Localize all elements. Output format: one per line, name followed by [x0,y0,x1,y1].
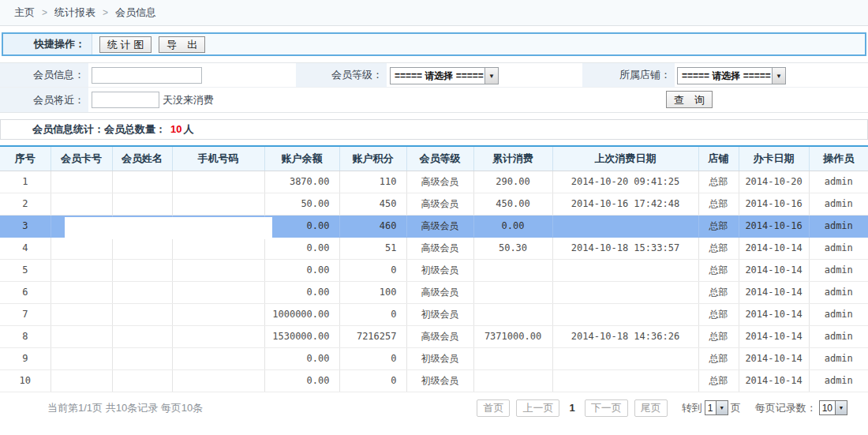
table-cell [112,369,172,392]
last-page-button[interactable]: 尾页 [634,399,668,417]
table-cell: 0.00 [264,237,339,259]
page-size-select[interactable]: 10 ▼ [819,400,847,415]
table-cell: 2014-10-18 15:33:57 [552,237,698,259]
table-cell: 1 [0,171,51,193]
member-level-label: 会员等级： [296,63,387,87]
table-cell [172,369,264,392]
table-cell: 总部 [698,259,739,281]
page-info: 当前第1/1页 共10条记录 每页10条 [47,401,203,415]
table-cell [51,193,112,215]
table-cell [51,347,112,369]
member-level-select[interactable]: ===== 请选择 ===== ▼ [390,67,499,84]
table-cell [172,281,264,303]
first-page-button[interactable]: 首页 [477,399,510,417]
table-cell: admin [809,347,868,369]
table-cell: 2014-10-14 [739,347,809,369]
table-row[interactable]: 40.0051高级会员50.302014-10-18 15:33:57总部201… [0,237,868,259]
table-cell: 2014-10-14 [739,369,809,392]
export-button[interactable]: 导 出 [159,36,205,53]
table-cell [552,281,698,303]
table-cell [473,369,552,392]
member-table: 序号会员卡号会员姓名手机号码账户余额账户积分会员等级累计消费上次消费日期店铺办卡… [0,145,868,392]
table-cell: 7371000.00 [473,325,552,347]
table-cell: 8 [0,325,51,347]
table-cell: 高级会员 [406,171,473,193]
table-cell: 2014-10-14 [739,281,809,303]
goto-page-select[interactable]: 1 ▼ [705,400,728,415]
chevron-down-icon: ▼ [835,401,847,414]
statistics-chart-button[interactable]: 统 计 图 [99,36,152,53]
table-cell: admin [809,215,868,237]
table-cell [112,171,172,193]
table-cell: 总部 [698,193,739,215]
table-row[interactable]: 50.000初级会员总部2014-10-14admin [0,259,868,281]
table-row[interactable]: 100.000初级会员总部2014-10-14admin [0,369,868,392]
table-cell: 总部 [698,347,739,369]
table-cell [112,347,172,369]
table-row[interactable]: 13870.00110高级会员290.002014-10-20 09:41:25… [0,171,868,193]
table-cell [112,259,172,281]
table-row[interactable]: 81530000.007216257高级会员7371000.002014-10-… [0,325,868,347]
prev-page-button[interactable]: 上一页 [516,399,559,417]
table-cell [473,281,552,303]
table-cell [51,171,112,193]
column-header: 店铺 [698,146,739,171]
table-row[interactable]: 250.00450高级会员450.002014-10-16 17:42:48总部… [0,193,868,215]
table-cell [172,171,264,193]
table-cell: 110 [339,171,406,193]
table-cell [112,281,172,303]
table-cell: 0.00 [473,215,552,237]
filter-panel: 会员信息： 会员等级： ===== 请选择 ===== ▼ 所属店铺： ====… [0,62,868,113]
query-button[interactable]: 查 询 [666,91,713,108]
table-cell [172,303,264,325]
table-cell: 0 [339,303,406,325]
pagination-bar: 当前第1/1页 共10条记录 每页10条 首页 上一页 1 下一页 尾页 转到 … [0,392,868,417]
breadcrumb-item[interactable]: 主页 [14,6,35,18]
breadcrumb-item[interactable]: 统计报表 [54,6,95,18]
page-size-label: 每页记录数： [755,401,817,415]
table-cell [552,347,698,369]
table-cell: 总部 [698,303,739,325]
table-cell [473,347,552,369]
table-cell [172,193,264,215]
table-cell: admin [809,281,868,303]
column-header: 操作员 [809,146,868,171]
table-cell: 初级会员 [406,347,473,369]
table-cell: 9 [0,347,51,369]
table-cell [112,193,172,215]
table-cell [51,237,112,259]
table-cell: 总部 [698,237,739,259]
member-info-input[interactable] [92,67,202,84]
table-cell: 2014-10-14 [739,237,809,259]
table-cell [112,303,172,325]
table-cell [51,259,112,281]
column-header: 手机号码 [172,146,264,171]
column-header: 账户余额 [264,146,339,171]
table-cell: 10 [0,369,51,392]
goto-label: 转到 [682,401,702,415]
table-cell: 初级会员 [406,369,473,392]
table-cell: 1530000.00 [264,325,339,347]
store-select[interactable]: ===== 请选择 ===== ▼ [677,67,786,84]
quick-actions-label: 快捷操作： [3,34,92,54]
table-cell [172,237,264,259]
table-row[interactable]: 71000000.000初级会员总部2014-10-14admin [0,303,868,325]
table-row[interactable]: 60.00100高级会员总部2014-10-14admin [0,281,868,303]
table-cell: 450.00 [473,193,552,215]
breadcrumb-item: 会员信息 [115,6,156,18]
table-cell: 50.00 [264,193,339,215]
breadcrumb: 主页>统计报表>会员信息 [0,0,868,26]
days-input[interactable] [92,92,159,108]
table-cell [51,325,112,347]
column-header: 上次消费日期 [552,146,698,171]
table-cell: 总部 [698,215,739,237]
next-page-button[interactable]: 下一页 [585,399,628,417]
table-cell: 0.00 [264,215,339,237]
table-cell: admin [809,303,868,325]
table-cell: 7 [0,303,51,325]
table-cell: 2014-10-20 09:41:25 [552,171,698,193]
table-cell: 6 [0,281,51,303]
table-cell [552,215,698,237]
column-header: 累计消费 [473,146,552,171]
table-row[interactable]: 90.000初级会员总部2014-10-14admin [0,347,868,369]
